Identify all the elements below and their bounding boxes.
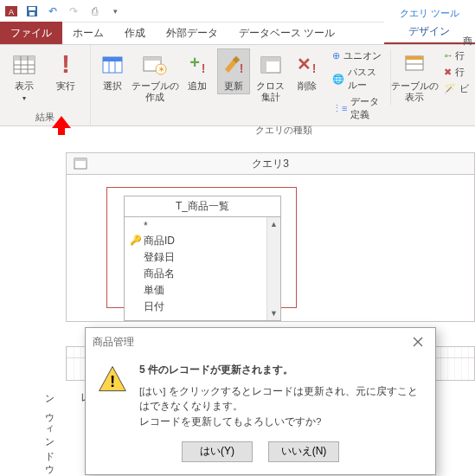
tab-dbtools[interactable]: データベース ツール (228, 22, 345, 44)
show-table-button[interactable]: テーブルの 表示 (390, 48, 435, 106)
tab-home[interactable]: ホーム (62, 22, 114, 44)
advanced-query-list: ⊕ユニオン 🌐パススルー ⋮≡データ定義 (331, 48, 387, 122)
svg-rect-26 (261, 57, 280, 61)
truncated-text: 商 (463, 35, 475, 48)
show-table-label: テーブルの 表示 (391, 80, 439, 103)
save-icon[interactable] (24, 3, 40, 19)
svg-text:!: ! (61, 52, 70, 78)
globe-icon: 🌐 (332, 74, 344, 85)
field-item[interactable]: 日付 (144, 299, 263, 315)
field-list-scrollbar[interactable]: ▲ ▼ (266, 217, 280, 320)
delete-label: 削除 (298, 80, 317, 92)
union-icon: ⊕ (332, 50, 340, 61)
builder-button[interactable]: 🪄ビ (442, 81, 471, 96)
datasheet-icon (10, 51, 38, 79)
contextual-tab-title: クエリ ツール (384, 5, 475, 20)
append-icon: +! (183, 51, 211, 79)
redo-icon[interactable]: ↷ (66, 3, 81, 19)
dialog-headline: 5 件のレコードが更新されます。 (139, 363, 423, 377)
dialog-close-button[interactable] (408, 333, 428, 351)
delete-icon: ✕! (293, 51, 321, 79)
svg-text:!: ! (110, 372, 115, 390)
contextual-tab-group: クエリ ツール デザイン (384, 5, 475, 44)
tab-file[interactable]: ファイル (0, 22, 62, 44)
view-button[interactable]: 表示▾ (5, 48, 43, 106)
query-tab-icon (74, 158, 87, 170)
group-querytype-label: クエリの種類 (96, 122, 471, 137)
svg-text:✕: ✕ (297, 55, 311, 74)
svg-rect-4 (29, 12, 35, 16)
tab-create[interactable]: 作成 (114, 22, 156, 44)
select-label: 選択 (103, 80, 122, 92)
maketable-label: テーブルの 作成 (132, 80, 179, 103)
maketable-button[interactable]: ✶ テーブルの 作成 (132, 48, 177, 106)
scroll-down-icon[interactable]: ▼ (267, 306, 280, 320)
run-button[interactable]: ! 実行 (47, 48, 85, 94)
svg-text:!: ! (240, 61, 244, 75)
undo-icon[interactable]: ↶ (45, 3, 61, 19)
print-icon[interactable]: ⎙ (87, 3, 102, 19)
select-query-button[interactable]: 選択 (96, 48, 129, 94)
datadef-button[interactable]: ⋮≡データ定義 (331, 94, 387, 122)
crosstab-label: クロス 集計 (256, 80, 285, 103)
passthrough-button[interactable]: 🌐パススルー (331, 65, 387, 93)
confirm-dialog: 商品管理 ! 5 件のレコードが更新されます。 [はい] をクリックするとレコー… (85, 327, 436, 475)
field-item[interactable]: 登録日 (144, 249, 263, 266)
update-button[interactable]: ! 更新 (217, 48, 250, 94)
dialog-line2: レコードを更新してもよろしいですか? (139, 415, 423, 429)
access-app-icon: A (3, 3, 19, 19)
field-list[interactable]: 🔑 * 商品ID 登録日 商品名 単価 日付 (125, 217, 266, 320)
delete-row-button[interactable]: ✖行 (442, 65, 471, 80)
annotation-arrow (50, 116, 73, 135)
group-results-label: 結果 (5, 109, 85, 124)
delete-button[interactable]: ✕! 削除 (291, 48, 324, 94)
svg-rect-6 (14, 56, 35, 61)
yes-button[interactable]: はい(Y) (182, 441, 253, 462)
maketable-icon: ✶ (141, 51, 169, 79)
no-button[interactable]: いいえ(N) (268, 441, 339, 462)
field-item[interactable]: 商品ID (144, 233, 263, 249)
crosstab-button[interactable]: クロス 集計 (254, 48, 287, 106)
dialog-titlebar[interactable]: 商品管理 (86, 328, 435, 356)
svg-rect-30 (406, 56, 423, 60)
dialog-line1: [はい] をクリックするとレコードは更新され、元に戻すことはできなくなります。 (139, 384, 423, 415)
primary-key-icon: 🔑 (130, 235, 142, 246)
field-item[interactable]: 単価 (144, 282, 263, 299)
insert-row-button[interactable]: ➵行 (442, 48, 471, 63)
scroll-track[interactable] (267, 231, 280, 306)
run-label: 実行 (56, 80, 75, 92)
document-tab-bar: クエリ3 (66, 152, 475, 175)
qat-more-icon[interactable]: ▾ (107, 3, 123, 19)
svg-rect-17 (144, 57, 161, 61)
crosstab-icon (257, 51, 285, 79)
warning-icon: ! (98, 364, 127, 394)
group-results: 表示▾ ! 実行 結果 (0, 45, 91, 125)
tab-design[interactable]: デザイン (384, 20, 475, 44)
table-field-list[interactable]: T_商品一覧 🔑 * 商品ID 登録日 商品名 単価 日付 ▲ ▼ (124, 196, 281, 321)
update-icon: ! (220, 51, 247, 79)
delete-row-icon: ✖ (444, 67, 452, 78)
scroll-up-icon[interactable]: ▲ (267, 217, 280, 231)
query-design-surface[interactable]: T_商品一覧 🔑 * 商品ID 登録日 商品名 単価 日付 ▲ ▼ (66, 175, 475, 322)
svg-rect-3 (29, 7, 35, 10)
svg-text:A: A (9, 8, 14, 16)
ribbon: 表示▾ ! 実行 結果 選択 ✶ テーブルの 作成 +! 追加 ! (0, 45, 475, 126)
field-item[interactable]: * (144, 219, 263, 233)
run-icon: ! (52, 51, 80, 79)
append-label: 追加 (188, 80, 207, 92)
tab-external[interactable]: 外部データ (156, 22, 228, 44)
svg-rect-34 (74, 158, 87, 161)
dialog-message: 5 件のレコードが更新されます。 [はい] をクリックするとレコードは更新され、… (139, 363, 423, 429)
append-button[interactable]: +! 追加 (181, 48, 214, 94)
union-button[interactable]: ⊕ユニオン (331, 48, 387, 63)
row-ops-list: ➵行 ✖行 🪄ビ (442, 48, 471, 96)
document-tab-title[interactable]: クエリ3 (252, 157, 289, 171)
close-icon (413, 337, 423, 347)
builder-icon: 🪄 (444, 83, 456, 94)
svg-text:+: + (189, 54, 200, 72)
ribbon-tabs: ファイル ホーム 作成 外部データ データベース ツール クエリ ツール デザイ… (0, 23, 475, 45)
dialog-button-row: はい(Y) いいえ(N) (86, 434, 435, 474)
show-table-icon (401, 51, 428, 79)
field-item[interactable]: 商品名 (144, 266, 263, 282)
nav-pane-label: ン ウィンドウ (43, 389, 56, 471)
